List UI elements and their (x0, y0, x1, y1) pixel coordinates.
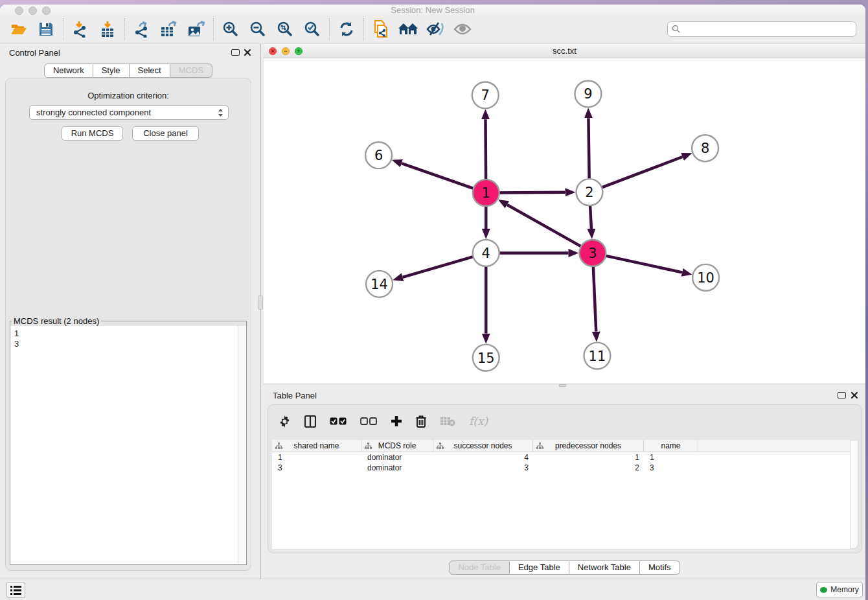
export-table-button[interactable] (155, 17, 183, 41)
close-window-button[interactable] (15, 6, 23, 15)
vertical-splitter[interactable] (257, 44, 264, 579)
close-panel-icon[interactable] (244, 49, 251, 56)
table-cell[interactable]: 1 (644, 452, 698, 463)
deselect-all-columns-button[interactable] (360, 417, 377, 426)
zoom-in-button[interactable] (217, 17, 244, 41)
first-neighbors-button[interactable] (394, 17, 422, 41)
zoom-selected-icon (304, 21, 321, 38)
function-builder-button[interactable]: f(x) (469, 415, 488, 428)
minimize-window-button[interactable] (29, 6, 37, 15)
export-network-button[interactable] (128, 17, 155, 41)
table-cell[interactable]: 1 (533, 452, 644, 463)
edge-3-1[interactable] (507, 205, 593, 253)
close-panel-icon[interactable] (851, 391, 858, 399)
node-label-6: 6 (374, 148, 383, 163)
close-panel-button[interactable]: Close panel (132, 126, 199, 141)
tab-edge-table[interactable]: Edge Table (510, 560, 569, 575)
node-label-10: 10 (697, 270, 714, 286)
export-network-icon (133, 21, 150, 38)
list-icon (10, 586, 21, 595)
memory-button[interactable]: Memory (816, 582, 863, 597)
eye-icon (453, 22, 472, 36)
table-cell[interactable]: 3 (433, 463, 533, 473)
delete-table-icon (440, 417, 455, 426)
tab-motifs[interactable]: Motifs (640, 560, 680, 575)
network-graph[interactable]: 7968124314101511 (264, 59, 865, 384)
node-label-4: 4 (482, 246, 490, 261)
refresh-icon (339, 21, 354, 37)
tab-network-table[interactable]: Network Table (569, 560, 640, 575)
edge-2-8[interactable] (589, 157, 683, 192)
table-cell[interactable]: 3 (644, 463, 698, 473)
table-cell[interactable]: 2 (533, 463, 644, 473)
open-session-button[interactable] (5, 17, 32, 41)
delete-row-button[interactable] (416, 415, 426, 428)
table-scrollbar[interactable] (850, 440, 858, 549)
tab-select[interactable]: Select (130, 63, 170, 78)
add-row-button[interactable] (391, 415, 402, 427)
node-table-card: f(x) shared nameMCDS rolesuccessor nodes… (268, 404, 862, 553)
hide-eye-icon (426, 21, 445, 37)
tab-style[interactable]: Style (93, 63, 130, 78)
criterion-dropdown[interactable]: strongly connected component (29, 105, 229, 120)
table-row[interactable]: 3dominator323 (272, 463, 850, 473)
table-cell[interactable]: dominator (361, 463, 433, 473)
network-zoom-button[interactable]: + (295, 47, 303, 55)
task-history-button[interactable] (6, 582, 25, 598)
node-label-14: 14 (371, 277, 388, 292)
zoom-selected-button[interactable] (299, 17, 326, 41)
new-network-from-selection-button[interactable] (367, 17, 394, 41)
network-minimize-button[interactable]: − (282, 47, 290, 55)
mcds-result-box: MCDS result (2 nodes) 1 3 (10, 316, 247, 565)
tab-network[interactable]: Network (44, 63, 93, 78)
refresh-view-button[interactable] (333, 17, 360, 41)
zoom-fit-button[interactable] (271, 17, 299, 41)
node-table[interactable]: shared nameMCDS rolesuccessor nodesprede… (272, 440, 850, 549)
column-header-MCDS-role[interactable]: MCDS role (361, 440, 433, 452)
unchecked-boxes-icon (360, 417, 377, 426)
hide-selected-button[interactable] (422, 17, 449, 41)
tab-node-table[interactable]: Node Table (449, 560, 510, 575)
table-cell[interactable]: 4 (433, 452, 533, 463)
float-panel-icon[interactable] (231, 49, 240, 56)
splitter-handle[interactable] (258, 295, 263, 310)
result-scrollbar[interactable] (238, 326, 246, 564)
export-image-button[interactable] (183, 17, 210, 41)
tab-mcds[interactable]: MCDS (170, 63, 212, 78)
control-panel: Control Panel NetworkStyleSelectMCDS Opt… (0, 44, 257, 579)
table-cell[interactable]: 3 (272, 463, 361, 473)
import-network-icon (72, 21, 89, 38)
import-table-button[interactable] (94, 17, 121, 41)
column-header-predecessor-nodes[interactable]: predecessor nodes (533, 440, 644, 452)
delete-table-button[interactable] (440, 417, 455, 426)
column-header-shared-name[interactable]: shared name (272, 440, 361, 452)
mcds-result-title: MCDS result (2 nodes) (12, 316, 101, 326)
column-header-successor-nodes[interactable]: successor nodes (433, 440, 533, 452)
save-session-button[interactable] (32, 17, 60, 41)
search-input[interactable] (683, 25, 852, 34)
maximize-window-button[interactable] (42, 6, 51, 15)
column-flow-icon (536, 443, 543, 449)
network-close-button[interactable]: ✕ (269, 47, 277, 55)
app-window: Session: New Session (0, 5, 865, 600)
float-panel-icon[interactable] (838, 392, 846, 398)
show-hidden-button[interactable] (449, 17, 476, 41)
title-bar: Session: New Session (0, 5, 865, 15)
import-table-icon (99, 21, 116, 38)
table-cell[interactable]: dominator (361, 452, 433, 463)
toolbar-separator (63, 18, 63, 40)
column-header-name[interactable]: name (644, 440, 698, 452)
duplicate-network-icon (372, 20, 389, 38)
zoom-out-button[interactable] (244, 17, 271, 41)
network-canvas[interactable]: 7968124314101511 (264, 59, 865, 384)
import-network-button[interactable] (67, 17, 94, 41)
table-cell[interactable]: 1 (272, 452, 361, 463)
export-table-icon (160, 21, 178, 38)
table-header-row: shared nameMCDS rolesuccessor nodesprede… (272, 440, 850, 452)
table-settings-button[interactable] (279, 415, 291, 428)
table-row[interactable]: 1dominator411 (272, 452, 850, 463)
run-mcds-button[interactable]: Run MCDS (62, 126, 123, 141)
toggle-columns-button[interactable] (304, 415, 316, 428)
select-all-columns-button[interactable] (330, 417, 347, 426)
control-panel-title: Control Panel (9, 48, 60, 58)
